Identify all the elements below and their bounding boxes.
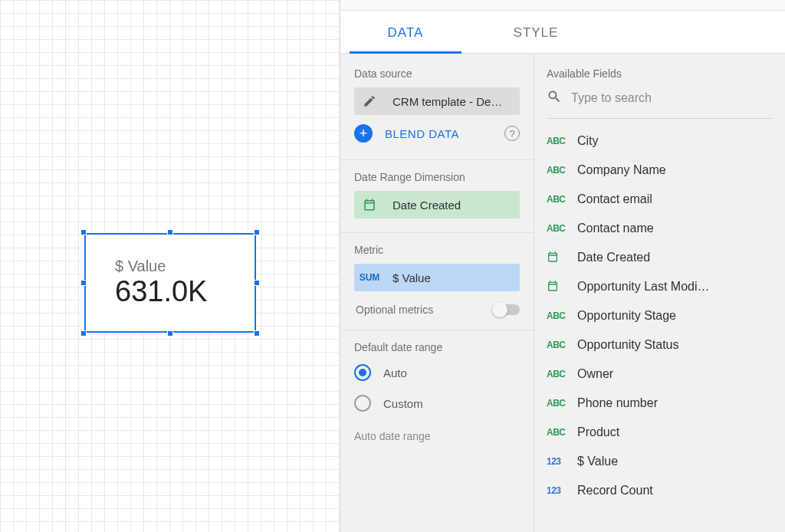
available-fields-panel: Available Fields ABCCityABCCompany NameA… <box>534 54 785 532</box>
field-label: Phone number <box>577 396 658 410</box>
text-type-icon: ABC <box>547 165 570 176</box>
field-label: Owner <box>577 367 613 381</box>
field-label: $ Value <box>577 455 618 468</box>
number-type-icon: 123 <box>547 456 570 467</box>
field-label: Product <box>577 425 619 439</box>
date-dimension-name: Date Created <box>385 191 520 218</box>
field-label: Opportunity Last Modi… <box>577 280 710 294</box>
text-type-icon: ABC <box>547 194 570 205</box>
text-type-icon: ABC <box>547 310 570 321</box>
scorecard-value: 631.0K <box>115 275 255 308</box>
tab-style[interactable]: STYLE <box>471 25 601 53</box>
field-label: Opportunity Stage <box>577 309 676 323</box>
data-source-title: Data source <box>354 67 520 80</box>
field-label: Opportunity Status <box>577 338 679 352</box>
header-strip <box>340 0 785 11</box>
resize-handle-bottom-left[interactable] <box>80 330 87 337</box>
blend-data-button[interactable]: + BLEND DATA ? <box>354 124 520 143</box>
field-item[interactable]: 123Record Count <box>547 476 773 505</box>
date-type-icon <box>547 251 570 265</box>
default-date-range-title: Default date range <box>354 341 520 353</box>
field-label: City <box>577 134 599 148</box>
field-list: ABCCityABCCompany NameABCContact emailAB… <box>547 126 773 505</box>
field-item[interactable]: ABCCompany Name <box>547 156 773 185</box>
date-range-custom-option[interactable]: Custom <box>354 395 520 412</box>
help-icon[interactable]: ? <box>504 126 520 141</box>
scorecard-selection[interactable]: $ Value 631.0K <box>84 233 256 333</box>
field-search-input[interactable] <box>571 91 773 105</box>
resize-handle-top[interactable] <box>167 229 173 235</box>
plus-icon: + <box>354 124 373 143</box>
metric-title: Metric <box>354 244 520 256</box>
metric-chip[interactable]: SUM $ Value <box>354 264 520 291</box>
date-range-auto-option[interactable]: Auto <box>354 364 520 381</box>
radio-auto[interactable] <box>354 364 371 381</box>
date-range-dimension-chip[interactable]: Date Created <box>354 191 520 218</box>
optional-metrics-title: Optional metrics <box>356 304 433 316</box>
resize-handle-bottom[interactable] <box>167 330 173 337</box>
data-source-chip[interactable]: CRM template - De… <box>354 87 520 115</box>
field-item[interactable]: ABCPhone number <box>547 389 773 418</box>
text-type-icon: ABC <box>547 369 570 379</box>
field-item[interactable]: ABCCity <box>547 126 773 156</box>
field-item[interactable]: ABCContact name <box>547 214 773 243</box>
field-item[interactable]: ABCOpportunity Status <box>547 330 773 360</box>
field-item[interactable]: ABCOpportunity Stage <box>547 301 773 330</box>
calendar-icon <box>354 191 385 218</box>
resize-handle-right[interactable] <box>254 280 260 286</box>
resize-handle-left[interactable] <box>80 280 87 286</box>
resize-handle-bottom-right[interactable] <box>254 330 260 337</box>
scorecard-label: $ Value <box>115 258 255 275</box>
report-canvas[interactable]: $ Value 631.0K <box>0 0 340 532</box>
text-type-icon: ABC <box>547 223 570 234</box>
field-label: Contact name <box>577 222 654 235</box>
tab-bar: DATA STYLE <box>340 11 785 54</box>
data-source-name: CRM template - De… <box>385 87 520 115</box>
field-item[interactable]: 123$ Value <box>547 447 773 476</box>
edit-data-source-icon[interactable] <box>354 87 385 115</box>
available-fields-title: Available Fields <box>547 67 773 80</box>
text-type-icon: ABC <box>547 427 570 438</box>
field-label: Contact email <box>577 192 652 206</box>
metric-name: $ Value <box>385 264 520 291</box>
radio-custom[interactable] <box>354 395 371 412</box>
radio-auto-label: Auto <box>383 366 407 379</box>
radio-custom-label: Custom <box>383 397 423 410</box>
date-type-icon <box>547 280 570 294</box>
fields-divider <box>547 118 773 119</box>
data-panel: Data source CRM template - De… + BLEND D… <box>340 54 534 532</box>
field-item[interactable]: Opportunity Last Modi… <box>547 272 773 301</box>
date-range-dimension-title: Date Range Dimension <box>354 171 520 183</box>
metric-aggregation[interactable]: SUM <box>354 264 385 291</box>
field-label: Record Count <box>577 484 653 498</box>
optional-metrics-toggle[interactable] <box>494 304 520 315</box>
text-type-icon: ABC <box>547 136 570 146</box>
field-label: Company Name <box>577 163 666 177</box>
field-item[interactable]: ABCProduct <box>547 418 773 447</box>
text-type-icon: ABC <box>547 340 570 350</box>
resize-handle-top-right[interactable] <box>254 229 260 235</box>
field-item[interactable]: Date Created <box>547 243 773 272</box>
resize-handle-top-left[interactable] <box>80 229 87 235</box>
field-item[interactable]: ABCOwner <box>547 360 773 389</box>
blend-data-label: BLEND DATA <box>385 127 459 140</box>
tab-data[interactable]: DATA <box>340 25 471 53</box>
auto-date-range-label: Auto date range <box>340 425 534 442</box>
field-search-row[interactable] <box>547 89 773 118</box>
text-type-icon: ABC <box>547 398 570 409</box>
search-icon <box>547 89 562 107</box>
field-label: Date Created <box>577 251 650 264</box>
scorecard-element[interactable]: $ Value 631.0K <box>84 233 256 333</box>
number-type-icon: 123 <box>547 485 570 496</box>
field-item[interactable]: ABCContact email <box>547 185 773 214</box>
